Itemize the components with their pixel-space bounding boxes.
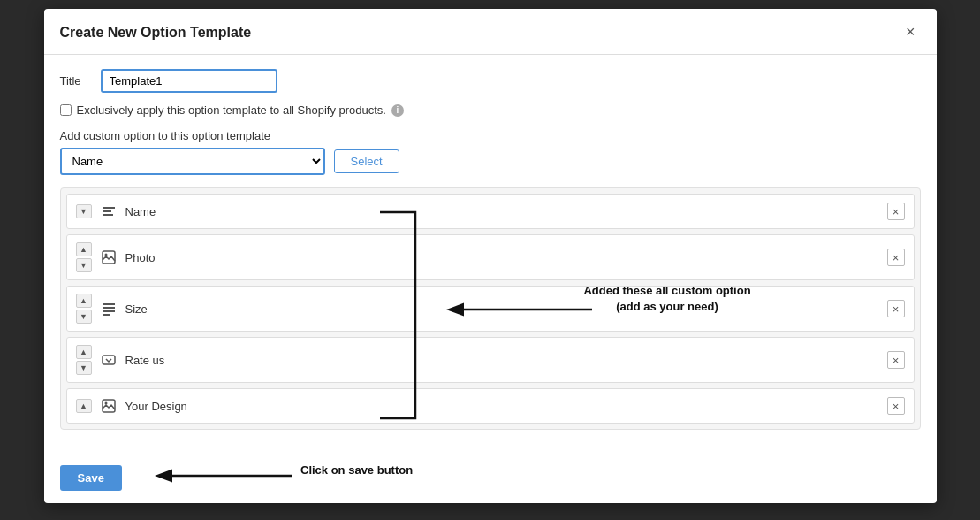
sort-down-size[interactable]: ▼ bbox=[76, 310, 92, 324]
modal-close-button[interactable]: × bbox=[900, 21, 921, 43]
sort-down-rateus[interactable]: ▼ bbox=[76, 361, 92, 375]
type-icon-yourdesign bbox=[99, 396, 118, 416]
sort-up-size[interactable]: ▲ bbox=[76, 294, 92, 308]
sort-down-name[interactable]: ▼ bbox=[76, 204, 92, 218]
option-yourdesign-label: Your Design bbox=[125, 400, 880, 413]
type-icon-dropdown bbox=[99, 350, 118, 370]
modal-body: Title Exclusively apply this option temp… bbox=[44, 55, 937, 456]
title-input[interactable] bbox=[101, 69, 277, 93]
save-button[interactable]: Save bbox=[60, 465, 122, 491]
svg-rect-2 bbox=[103, 214, 113, 216]
svg-rect-5 bbox=[103, 303, 115, 305]
type-icon-photo bbox=[99, 248, 118, 267]
title-field-row: Title bbox=[60, 69, 921, 93]
option-item-size: ▲ ▼ Size × bbox=[66, 286, 915, 332]
title-label: Title bbox=[60, 74, 92, 88]
remove-rateus-button[interactable]: × bbox=[887, 351, 905, 369]
svg-rect-7 bbox=[103, 310, 115, 312]
svg-rect-6 bbox=[103, 307, 115, 309]
sort-up-photo[interactable]: ▲ bbox=[76, 242, 92, 256]
sort-down-photo[interactable]: ▼ bbox=[76, 258, 92, 272]
create-template-modal: Create New Option Template × Title Exclu… bbox=[44, 9, 937, 503]
option-item-yourdesign: ▲ Your Design × bbox=[66, 388, 915, 424]
sort-group-rateus: ▲ ▼ bbox=[76, 345, 92, 375]
exclusively-checkbox[interactable] bbox=[60, 104, 72, 116]
custom-option-select[interactable]: Name Photo Size Rate us Your Design bbox=[60, 148, 325, 175]
options-list: ▼ Name × ▲ ▼ Photo bbox=[60, 187, 921, 430]
sort-up-rateus[interactable]: ▲ bbox=[76, 345, 92, 359]
svg-rect-0 bbox=[103, 207, 115, 209]
remove-name-button[interactable]: × bbox=[887, 203, 905, 220]
sort-up-yourdesign[interactable]: ▲ bbox=[76, 399, 92, 413]
exclusively-label: Exclusively apply this option template t… bbox=[77, 103, 386, 117]
exclusively-checkbox-row: Exclusively apply this option template t… bbox=[60, 103, 921, 117]
svg-rect-8 bbox=[103, 314, 110, 316]
option-rateus-label: Rate us bbox=[125, 354, 880, 367]
option-item-name: ▼ Name × bbox=[66, 194, 915, 229]
option-name-label: Name bbox=[125, 205, 880, 218]
select-row: Name Photo Size Rate us Your Design Sele… bbox=[60, 148, 921, 175]
option-size-label: Size bbox=[125, 302, 880, 316]
sort-group-size: ▲ ▼ bbox=[76, 294, 92, 324]
svg-rect-9 bbox=[103, 356, 115, 364]
type-icon-text bbox=[99, 202, 118, 221]
type-icon-size bbox=[99, 299, 118, 318]
add-custom-label: Add custom option to this option templat… bbox=[60, 129, 921, 142]
svg-rect-1 bbox=[103, 210, 111, 212]
modal-header: Create New Option Template × bbox=[44, 9, 937, 55]
remove-photo-button[interactable]: × bbox=[887, 249, 905, 266]
modal-title: Create New Option Template bbox=[60, 25, 252, 41]
remove-size-button[interactable]: × bbox=[887, 300, 905, 317]
sort-group-photo: ▲ ▼ bbox=[76, 242, 92, 272]
modal-footer: Save bbox=[44, 456, 937, 503]
option-item-rateus: ▲ ▼ Rate us × bbox=[66, 337, 915, 383]
remove-yourdesign-button[interactable]: × bbox=[887, 397, 905, 415]
option-photo-label: Photo bbox=[125, 251, 880, 264]
option-item-photo: ▲ ▼ Photo × bbox=[66, 234, 915, 280]
info-icon: i bbox=[391, 104, 404, 117]
select-button[interactable]: Select bbox=[334, 149, 399, 173]
